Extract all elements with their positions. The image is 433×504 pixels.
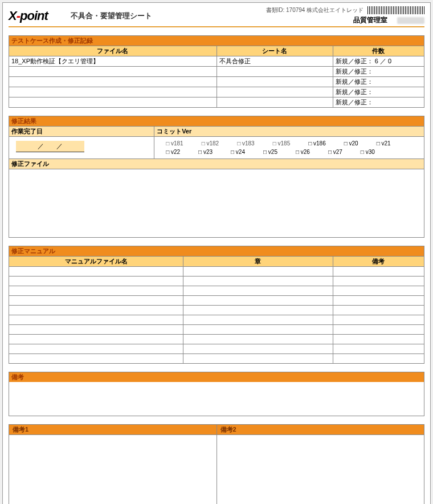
work-done-cell: ／ ／ — [9, 137, 154, 159]
manual-file-cell[interactable] — [9, 306, 183, 315]
version-checkbox[interactable]: □ v185 — [273, 140, 291, 147]
file-cell[interactable] — [9, 87, 217, 97]
doc-info: 書類ID: 170794 株式会社エイトレッド 品質管理室 — [266, 6, 425, 25]
doc-id-line: 書類ID: 170794 株式会社エイトレッド — [266, 6, 425, 14]
manual-remark-cell[interactable] — [333, 277, 424, 286]
manual-chapter-cell[interactable] — [183, 286, 333, 296]
section-remarks-two: 備考1 備考2 — [9, 424, 424, 504]
count-cell[interactable]: 新規／修正： — [333, 87, 424, 97]
col-chapter: 章 — [183, 257, 333, 267]
manual-remark-cell[interactable] — [333, 315, 424, 325]
sheet-cell[interactable] — [217, 67, 333, 77]
manual-table: マニュアルファイル名 章 備考 — [9, 256, 424, 364]
manual-remark-cell[interactable] — [333, 325, 424, 335]
col-remark: 備考 — [333, 257, 424, 267]
fix-file-area[interactable] — [9, 169, 424, 238]
sheet-cell[interactable] — [217, 97, 333, 108]
count-new: 6 — [375, 58, 378, 64]
manual-file-cell[interactable] — [9, 286, 183, 296]
header-bar: X-point 不具合・要望管理シート 書類ID: 170794 株式会社エイト… — [9, 6, 424, 27]
manual-file-cell[interactable] — [9, 267, 183, 277]
version-checkbox[interactable]: □ v22 — [166, 149, 180, 155]
file-cell[interactable] — [9, 97, 217, 108]
doc-id-value: 170794 — [286, 7, 305, 13]
version-checkbox[interactable]: □ v26 — [296, 149, 310, 155]
manual-file-cell[interactable] — [9, 344, 183, 354]
form-page: X-point 不具合・要望管理シート 書類ID: 170794 株式会社エイト… — [2, 2, 431, 504]
section-fix-title: 修正結果 — [9, 116, 424, 126]
manual-file-cell[interactable] — [9, 296, 183, 306]
sheet-cell[interactable] — [217, 77, 333, 87]
table-row — [9, 354, 424, 364]
table-row — [9, 315, 424, 325]
count-cell[interactable]: 新規／修正： — [333, 97, 424, 108]
version-checkbox[interactable]: □ v182 — [202, 140, 219, 147]
manual-chapter-cell[interactable] — [183, 296, 333, 306]
sheet-cell[interactable]: 不具合修正 — [217, 56, 333, 67]
version-checkbox[interactable]: □ v27 — [328, 149, 342, 155]
col-manual: マニュアルファイル名 — [9, 257, 183, 267]
testcase-table: ファイル名 シート名 件数 18_XP動作検証【クエリ管理】不具合修正新規／修正… — [9, 46, 424, 108]
remarks2-area[interactable] — [217, 435, 424, 504]
manual-remark-cell[interactable] — [333, 354, 424, 364]
remarks2-col: 備考2 — [217, 425, 424, 504]
count-label: 新規／修正： — [336, 58, 373, 64]
manual-chapter-cell[interactable] — [183, 354, 333, 364]
manual-chapter-cell[interactable] — [183, 277, 333, 286]
file-cell[interactable]: 18_XP動作検証【クエリ管理】 — [9, 56, 217, 67]
manual-chapter-cell[interactable] — [183, 344, 333, 354]
section-remarks-title: 備考 — [9, 372, 424, 382]
manual-remark-cell[interactable] — [333, 306, 424, 315]
manual-file-cell[interactable] — [9, 315, 183, 325]
table-row: 新規／修正： — [9, 67, 424, 77]
section-fix-result: 修正結果 作業完了日 コミットVer ／ ／ □ v181□ v182□ v18… — [9, 116, 424, 238]
file-cell[interactable] — [9, 67, 217, 77]
manual-file-cell[interactable] — [9, 335, 183, 344]
manual-chapter-cell[interactable] — [183, 306, 333, 315]
table-row — [9, 344, 424, 354]
manual-chapter-cell[interactable] — [183, 325, 333, 335]
count-label: 新規／修正： — [336, 68, 373, 75]
version-checkbox[interactable]: □ v21 — [377, 140, 391, 147]
file-cell[interactable] — [9, 77, 217, 87]
section-remarks: 備考 — [9, 372, 424, 416]
work-done-label: 作業完了日 — [9, 127, 154, 137]
work-done-date[interactable]: ／ ／ — [16, 141, 84, 152]
count-cell[interactable]: 新規／修正： — [333, 67, 424, 77]
table-row: 18_XP動作検証【クエリ管理】不具合修正新規／修正： 6 ／ 0 — [9, 56, 424, 67]
manual-file-cell[interactable] — [9, 277, 183, 286]
manual-remark-cell[interactable] — [333, 296, 424, 306]
fix-file-label: 修正ファイル — [9, 159, 424, 169]
manual-remark-cell[interactable] — [333, 286, 424, 296]
manual-file-cell[interactable] — [9, 354, 183, 364]
version-checkbox[interactable]: □ v30 — [361, 149, 375, 155]
section-testcase-title: テストケース作成・修正記録 — [9, 35, 424, 46]
manual-chapter-cell[interactable] — [183, 335, 333, 344]
remarks1-area[interactable] — [9, 435, 217, 504]
manual-file-cell[interactable] — [9, 325, 183, 335]
version-checkbox[interactable]: □ v20 — [344, 140, 358, 147]
table-row — [9, 286, 424, 296]
redacted-name — [397, 17, 424, 24]
manual-remark-cell[interactable] — [333, 267, 424, 277]
version-checkbox[interactable]: □ v186 — [308, 140, 326, 147]
manual-chapter-cell[interactable] — [183, 267, 333, 277]
logo-point: point — [20, 9, 48, 23]
version-checkbox[interactable]: □ v183 — [237, 140, 255, 147]
col-sheet: シート名 — [217, 46, 333, 56]
manual-remark-cell[interactable] — [333, 344, 424, 354]
manual-chapter-cell[interactable] — [183, 315, 333, 325]
count-fix: 0 — [388, 58, 391, 64]
version-checkbox[interactable]: □ v25 — [263, 149, 277, 155]
sheet-cell[interactable] — [217, 87, 333, 97]
version-checkbox[interactable]: □ v23 — [198, 149, 213, 155]
count-cell[interactable]: 新規／修正： — [333, 77, 424, 87]
remarks1-title: 備考1 — [9, 425, 217, 435]
manual-remark-cell[interactable] — [333, 335, 424, 344]
commit-ver-label: コミットVer — [154, 127, 424, 137]
remarks-area[interactable] — [9, 382, 424, 416]
version-checkbox[interactable]: □ v24 — [231, 149, 245, 155]
table-row — [9, 277, 424, 286]
count-cell[interactable]: 新規／修正： 6 ／ 0 — [333, 56, 424, 67]
version-checkbox[interactable]: □ v181 — [166, 140, 183, 147]
